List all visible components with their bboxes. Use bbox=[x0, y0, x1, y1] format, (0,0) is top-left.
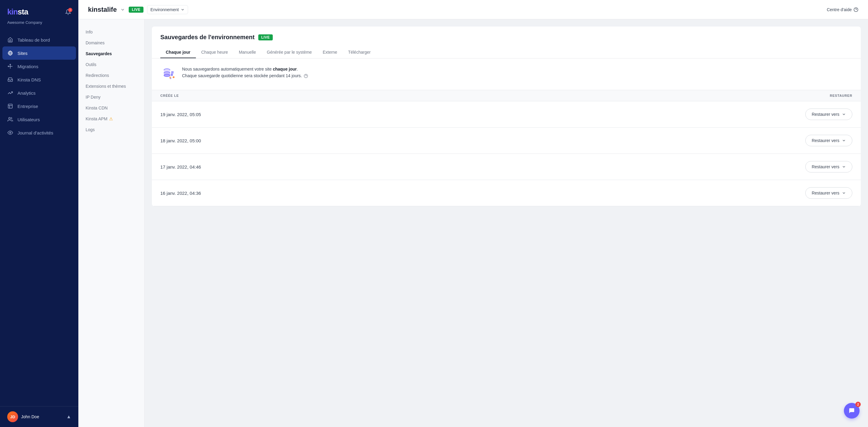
svg-rect-16 bbox=[171, 71, 174, 73]
svg-point-4 bbox=[9, 117, 10, 119]
sidebar-footer: JD John Doe ▲ bbox=[0, 406, 79, 427]
site-name: kinstalife bbox=[88, 6, 117, 13]
warning-icon: ⚠ bbox=[109, 116, 113, 121]
backup-date: 18 janv. 2022, 05:00 bbox=[160, 138, 201, 143]
sidebar: kinsta 1 Awesome Company Tableau de bord bbox=[0, 0, 79, 427]
sidebar-item-label: Sites bbox=[18, 51, 27, 56]
tab-externe[interactable]: Externe bbox=[317, 47, 343, 58]
sidebar-item-journal[interactable]: Journal d'activités bbox=[0, 126, 79, 139]
eye-icon bbox=[7, 130, 13, 136]
sidebar-item-label: Analytics bbox=[18, 90, 36, 96]
sidebar-item-tableau[interactable]: Tableau de bord bbox=[0, 33, 79, 47]
card-header: Sauvegardes de l'environnement LIVE Chaq… bbox=[152, 27, 861, 59]
tabs: Chaque jour Chaque heure Manuelle Généré… bbox=[160, 47, 852, 58]
sidebar-item-utilisateurs[interactable]: Utilisateurs bbox=[0, 113, 79, 126]
sidebar-item-label: Migrations bbox=[18, 64, 38, 69]
sidebar-item-label: Kinsta DNS bbox=[18, 77, 41, 82]
sub-nav-kinsta-cdn[interactable]: Kinsta CDN bbox=[79, 102, 144, 113]
backup-date: 16 janv. 2022, 04:36 bbox=[160, 190, 201, 196]
site-selector-chevron[interactable] bbox=[120, 7, 125, 12]
svg-point-13 bbox=[170, 73, 173, 76]
card-title-row: Sauvegardes de l'environnement LIVE bbox=[160, 34, 852, 41]
building-icon bbox=[7, 103, 13, 109]
sub-nav-info[interactable]: Info bbox=[79, 27, 144, 37]
backup-date: 19 janv. 2022, 05:05 bbox=[160, 112, 201, 117]
sidebar-item-label: Entreprise bbox=[18, 104, 38, 109]
sidebar-item-label: Tableau de bord bbox=[18, 37, 50, 42]
sub-nav-extensions[interactable]: Extensions et thèmes bbox=[79, 81, 144, 92]
card-title: Sauvegardes de l'environnement bbox=[160, 34, 255, 41]
site-title-area: kinstalife LIVE Environnement bbox=[88, 5, 188, 14]
chat-badge: 2 bbox=[855, 402, 861, 407]
sidebar-item-entreprise[interactable]: Entreprise bbox=[0, 99, 79, 113]
sub-nav-ip-deny[interactable]: IP Deny bbox=[79, 92, 144, 102]
sidebar-item-label: Journal d'activités bbox=[18, 130, 53, 135]
col-restore-label: RESTAURER bbox=[830, 94, 852, 97]
tab-manuelle[interactable]: Manuelle bbox=[233, 47, 261, 58]
company-name: Awesome Company bbox=[0, 19, 79, 31]
tab-telecharger[interactable]: Télécharger bbox=[343, 47, 376, 58]
restore-button-3[interactable]: Restaurer vers bbox=[805, 187, 852, 199]
sub-nav-outils[interactable]: Outils bbox=[79, 59, 144, 70]
info-banner-text: Nous sauvegardons automatiquement votre … bbox=[182, 66, 308, 79]
main-nav: Tableau de bord Sites Migrations bbox=[0, 31, 79, 406]
sub-nav-sauvegardes[interactable]: Sauvegardes bbox=[79, 48, 144, 59]
sidebar-item-label: Utilisateurs bbox=[18, 117, 40, 122]
user-info: JD John Doe bbox=[7, 411, 39, 422]
info-banner: Nous sauvegardons automatiquement votre … bbox=[152, 59, 861, 90]
dns-icon bbox=[7, 77, 13, 83]
restore-button-0[interactable]: Restaurer vers bbox=[805, 109, 852, 120]
top-header: kinstalife LIVE Environnement Centre d'a… bbox=[79, 0, 868, 19]
restore-button-1[interactable]: Restaurer vers bbox=[805, 135, 852, 146]
user-name: John Doe bbox=[21, 414, 39, 419]
table-header: CRÉÉE LE RESTAURER bbox=[152, 90, 861, 101]
globe-icon bbox=[7, 50, 13, 56]
sub-nav-domaines[interactable]: Domaines bbox=[79, 37, 144, 48]
backup-illustration bbox=[160, 66, 177, 83]
sub-nav-logs[interactable]: Logs bbox=[79, 124, 144, 135]
tab-chaque-jour[interactable]: Chaque jour bbox=[160, 47, 196, 58]
svg-rect-17 bbox=[169, 77, 171, 79]
page-content: Sauvegardes de l'environnement LIVE Chaq… bbox=[145, 19, 868, 427]
backup-row: 18 janv. 2022, 05:00 Restaurer vers bbox=[152, 127, 861, 154]
environment-selector[interactable]: Environnement bbox=[147, 5, 188, 14]
notification-count: 1 bbox=[68, 8, 72, 12]
svg-rect-3 bbox=[8, 104, 12, 108]
backup-row: 16 janv. 2022, 04:36 Restaurer vers bbox=[152, 180, 861, 206]
user-menu-chevron[interactable]: ▲ bbox=[66, 414, 71, 420]
card-live-badge: LIVE bbox=[258, 34, 273, 40]
migrations-icon bbox=[7, 63, 13, 69]
content-card: Sauvegardes de l'environnement LIVE Chaq… bbox=[152, 27, 861, 206]
sub-nav-redirections[interactable]: Redirections bbox=[79, 70, 144, 81]
sidebar-item-kinsta-dns[interactable]: Kinsta DNS bbox=[0, 73, 79, 86]
svg-point-14 bbox=[173, 76, 175, 78]
help-link[interactable]: Centre d'aide bbox=[827, 7, 858, 12]
avatar: JD bbox=[7, 411, 18, 422]
tab-chaque-heure[interactable]: Chaque heure bbox=[196, 47, 234, 58]
sidebar-item-sites[interactable]: Sites bbox=[2, 47, 76, 60]
main-area: kinstalife LIVE Environnement Centre d'a… bbox=[79, 0, 868, 427]
notification-bell[interactable]: 1 bbox=[65, 9, 71, 15]
backup-row: 19 janv. 2022, 05:05 Restaurer vers bbox=[152, 101, 861, 127]
content-area: Info Domaines Sauvegardes Outils Redirec… bbox=[79, 19, 868, 427]
users-icon bbox=[7, 116, 13, 122]
analytics-icon bbox=[7, 90, 13, 96]
live-badge: LIVE bbox=[129, 7, 144, 13]
sidebar-header: kinsta 1 bbox=[0, 0, 79, 19]
logo: kinsta bbox=[7, 7, 28, 17]
sidebar-item-analytics[interactable]: Analytics bbox=[0, 86, 79, 99]
home-icon bbox=[7, 37, 13, 43]
chat-bubble[interactable]: 2 bbox=[844, 403, 860, 419]
col-created-label: CRÉÉE LE bbox=[160, 94, 179, 97]
sidebar-item-migrations[interactable]: Migrations bbox=[0, 60, 79, 73]
tab-generee[interactable]: Générée par le système bbox=[261, 47, 317, 58]
svg-point-12 bbox=[164, 74, 170, 77]
svg-point-5 bbox=[10, 132, 11, 133]
sub-sidebar: Info Domaines Sauvegardes Outils Redirec… bbox=[79, 19, 145, 427]
backup-row: 17 janv. 2022, 04:46 Restaurer vers bbox=[152, 154, 861, 180]
backup-date: 17 janv. 2022, 04:46 bbox=[160, 164, 201, 170]
sub-nav-kinsta-apm[interactable]: Kinsta APM ⚠ bbox=[79, 113, 144, 124]
restore-button-2[interactable]: Restaurer vers bbox=[805, 161, 852, 173]
info-help-icon[interactable] bbox=[304, 74, 308, 78]
